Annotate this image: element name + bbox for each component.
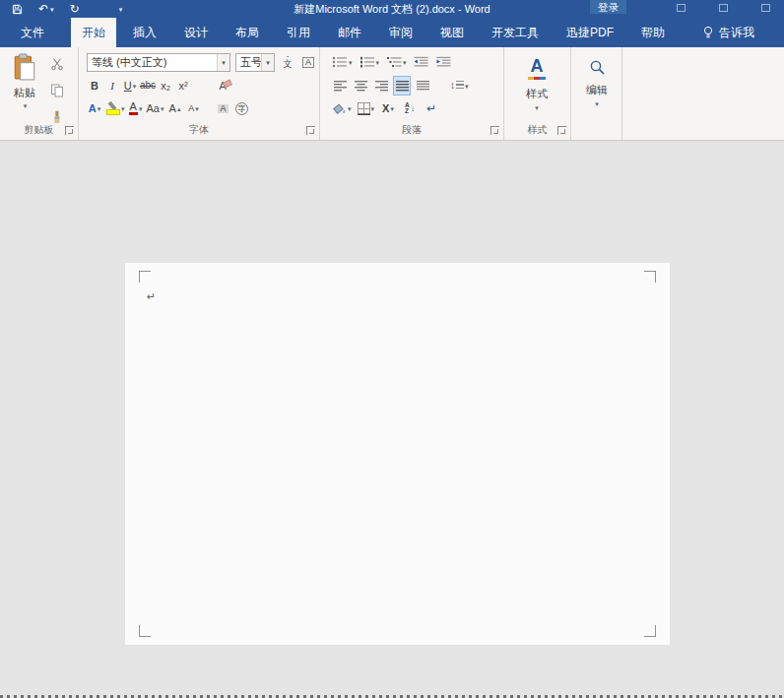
show-hide-marks-button[interactable]: ↵ — [424, 99, 439, 117]
borders-button[interactable]: ▾ — [358, 99, 375, 117]
align-right-icon — [375, 80, 388, 92]
font-color-caret-icon[interactable]: ▾ — [139, 105, 143, 112]
crop-mark-top-right — [644, 271, 656, 283]
strikethrough-button[interactable]: abc — [140, 77, 156, 95]
superscript-button[interactable]: x² — [175, 77, 191, 95]
bullets-button[interactable]: ▾ — [332, 53, 353, 71]
tab-design[interactable]: 设计 — [173, 18, 219, 47]
shading-button[interactable]: ▾ — [332, 99, 352, 117]
underline-caret-icon[interactable]: ▾ — [133, 83, 137, 90]
tab-review[interactable]: 审阅 — [378, 18, 424, 47]
cut-button[interactable] — [49, 55, 65, 73]
document-area: ↵ — [0, 141, 784, 698]
crop-mark-bottom-left — [139, 625, 151, 637]
align-right-button[interactable] — [373, 77, 389, 95]
bullets-caret-icon[interactable]: ▾ — [349, 59, 353, 66]
text-effects-caret-icon[interactable]: ▾ — [98, 105, 101, 112]
paragraph-dialog-launcher[interactable] — [490, 126, 499, 135]
editing-caret-icon[interactable]: ▾ — [595, 100, 599, 108]
phonetic-guide-icon: ˇ 文 — [284, 57, 293, 67]
font-color-button[interactable]: A ▾ — [128, 99, 144, 117]
tab-view[interactable]: 视图 — [429, 18, 475, 47]
styles-group: A 样式 ▾ 样式 — [504, 47, 571, 140]
change-case-caret-icon[interactable]: ▾ — [161, 105, 164, 112]
clear-formatting-button[interactable]: A — [215, 77, 230, 95]
character-shading-button[interactable]: A — [216, 99, 231, 117]
shading-caret-icon[interactable]: ▾ — [348, 105, 352, 112]
tab-developer[interactable]: 开发工具 — [481, 18, 550, 47]
text-effects-button[interactable]: A ▾ — [87, 99, 102, 117]
asian-layout-button[interactable]: X ▾ — [380, 99, 396, 117]
lightbulb-icon — [702, 26, 714, 39]
styles-caret-icon[interactable]: ▾ — [535, 104, 539, 112]
clipboard-dialog-launcher[interactable] — [65, 126, 74, 135]
maximize-button[interactable] — [761, 4, 770, 12]
font-name-caret-icon[interactable]: ▾ — [217, 54, 229, 71]
font-size-caret-icon[interactable]: ▾ — [261, 54, 274, 71]
line-spacing-button[interactable]: ↕ ▾ — [450, 77, 469, 95]
text-highlight-button[interactable]: ▾ — [105, 99, 125, 117]
character-border-button[interactable]: A — [300, 54, 316, 72]
tab-file[interactable]: 文件 — [8, 18, 57, 47]
tab-home[interactable]: 开始 — [71, 18, 116, 47]
font-dialog-launcher[interactable] — [306, 126, 315, 135]
sort-button[interactable]: A Z ↓ — [402, 99, 418, 117]
grow-font-arrow-icon: ▴ — [177, 105, 181, 112]
numbering-button[interactable]: ▾ — [359, 53, 380, 71]
numbering-caret-icon[interactable]: ▾ — [376, 59, 380, 66]
distribute-button[interactable] — [415, 77, 430, 95]
document-page[interactable]: ↵ — [125, 263, 670, 645]
decrease-indent-button[interactable] — [414, 53, 429, 71]
sign-in-button[interactable]: 登录 — [590, 0, 626, 14]
align-center-button[interactable] — [353, 77, 368, 95]
multilevel-caret-icon[interactable]: ▾ — [403, 59, 407, 66]
clipboard-small-buttons — [49, 55, 65, 126]
increase-indent-icon — [436, 56, 451, 68]
ribbon-display-options-button[interactable] — [677, 4, 686, 12]
tab-mailings[interactable]: 邮件 — [327, 18, 372, 47]
paste-dropdown-caret-icon[interactable]: ▾ — [24, 102, 28, 110]
tell-me-box[interactable]: 告诉我 — [691, 18, 765, 47]
font-size-combobox[interactable]: 五号 ▾ — [235, 53, 275, 72]
character-shading-icon: A — [218, 104, 228, 113]
window-title: 新建Microsoft Word 文档 (2).docx - Word — [0, 2, 784, 17]
tab-insert[interactable]: 插入 — [122, 18, 167, 47]
phonetic-guide-button[interactable]: ˇ 文 — [280, 54, 295, 72]
copy-button[interactable] — [49, 82, 65, 99]
asian-layout-caret-icon[interactable]: ▾ — [390, 105, 394, 112]
enclose-characters-button[interactable]: 字 — [234, 99, 250, 117]
shrink-font-arrow-icon: ▾ — [195, 105, 199, 112]
subscript-button[interactable]: x₂ — [158, 77, 173, 95]
multilevel-list-button[interactable]: ▾ — [386, 53, 407, 71]
line-spacing-caret-icon[interactable]: ▾ — [465, 83, 469, 90]
underline-button[interactable]: U ▾ — [122, 77, 138, 95]
increase-indent-button[interactable] — [436, 53, 452, 71]
font-group-label: 字体 — [79, 123, 319, 137]
highlighter-icon — [105, 101, 120, 116]
styles-button[interactable]: A 样式 ▾ — [514, 53, 559, 124]
align-left-button[interactable] — [332, 77, 348, 95]
tab-references[interactable]: 引用 — [276, 18, 321, 47]
tab-layout[interactable]: 布局 — [225, 18, 270, 47]
editing-button[interactable]: 编辑 ▾ — [577, 55, 617, 122]
grow-font-button[interactable]: A▴ — [167, 99, 183, 117]
borders-caret-icon[interactable]: ▾ — [371, 105, 375, 112]
sort-arrow-icon: ↓ — [411, 104, 416, 113]
justify-button[interactable] — [394, 77, 410, 95]
bold-button[interactable]: B — [87, 77, 102, 95]
tab-help[interactable]: 帮助 — [630, 18, 676, 47]
styles-dialog-launcher[interactable] — [557, 126, 566, 135]
paste-button[interactable]: 粘贴 ▾ — [6, 53, 43, 122]
justify-icon — [396, 80, 409, 92]
italic-button[interactable]: I — [104, 77, 120, 95]
shrink-font-button[interactable]: A▾ — [186, 99, 202, 117]
change-case-icon: Aa — [147, 103, 160, 114]
minimize-button[interactable] — [719, 4, 728, 12]
crop-mark-bottom-right — [644, 625, 656, 637]
tab-pdf-addin[interactable]: 迅捷PDF — [555, 18, 624, 47]
distribute-icon — [417, 80, 429, 92]
change-case-button[interactable]: Aa ▾ — [147, 99, 164, 117]
highlight-caret-icon[interactable]: ▾ — [121, 105, 125, 112]
paragraph-end-mark: ↵ — [147, 290, 156, 303]
font-name-combobox[interactable]: 等线 (中文正文) ▾ — [87, 53, 230, 72]
